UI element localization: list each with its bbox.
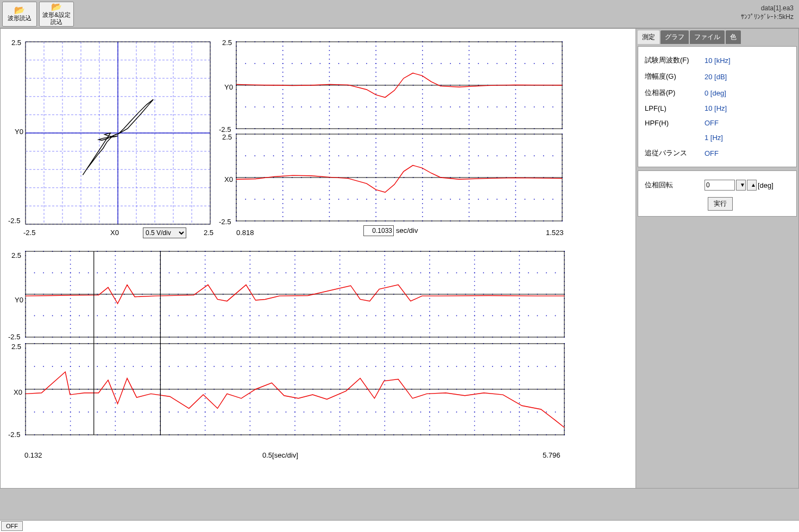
svg-point-234 xyxy=(282,63,284,64)
svg-point-1393 xyxy=(205,362,206,363)
svg-point-859 xyxy=(294,285,295,286)
svg-point-1232 xyxy=(483,315,484,316)
svg-point-441 xyxy=(375,147,376,148)
svg-point-769 xyxy=(115,259,116,261)
svg-point-752 xyxy=(70,277,71,278)
svg-point-1686 xyxy=(447,366,448,367)
svg-point-1066 xyxy=(88,273,89,274)
svg-point-954 xyxy=(474,332,475,333)
svg-point-165 xyxy=(515,102,516,103)
svg-point-131 xyxy=(469,46,470,47)
svg-point-891 xyxy=(339,332,341,333)
svg-point-240 xyxy=(338,63,339,64)
svg-point-450 xyxy=(375,186,376,187)
svg-point-1773 xyxy=(133,411,134,413)
svg-point-1442 xyxy=(294,394,295,395)
svg-point-133 xyxy=(469,54,470,55)
svg-point-776 xyxy=(115,289,116,290)
svg-point-1234 xyxy=(501,315,502,316)
tab-graph[interactable]: グラフ xyxy=(660,30,689,44)
svg-point-1224 xyxy=(411,315,412,316)
svg-point-779 xyxy=(115,302,116,303)
svg-point-608 xyxy=(506,155,507,156)
svg-point-684 xyxy=(543,199,544,200)
svg-point-236 xyxy=(301,63,302,64)
svg-point-605 xyxy=(478,155,479,156)
svg-point-1542 xyxy=(519,371,520,372)
svg-point-58 xyxy=(282,93,284,94)
load-waveform-config-button[interactable]: 📂 波形&設定 読込 xyxy=(39,2,74,27)
svg-point-1657 xyxy=(187,366,188,367)
svg-point-665 xyxy=(366,199,367,200)
phase-rotate-exec-button[interactable]: 実行 xyxy=(708,197,733,211)
svg-point-909 xyxy=(384,320,385,321)
svg-point-815 xyxy=(205,277,206,278)
load-waveform-button[interactable]: 📂 波形読込 xyxy=(2,2,37,27)
tab-measure[interactable]: 測定 xyxy=(638,30,659,44)
svg-point-680 xyxy=(506,199,507,200)
svg-point-607 xyxy=(496,155,498,156)
svg-point-1391 xyxy=(205,352,206,353)
svg-point-1402 xyxy=(205,402,206,403)
svg-point-248 xyxy=(413,63,414,64)
status-off-tab[interactable]: OFF xyxy=(1,521,23,531)
svg-point-1228 xyxy=(447,315,448,316)
svg-point-773 xyxy=(115,277,116,278)
svg-point-967 xyxy=(519,298,520,299)
svg-point-1348 xyxy=(115,348,116,349)
svg-point-128 xyxy=(422,124,423,125)
svg-point-1185 xyxy=(61,315,62,316)
svg-point-1102 xyxy=(411,273,412,274)
svg-point-813 xyxy=(205,268,206,269)
svg-point-333 xyxy=(534,106,535,107)
svg-point-1344 xyxy=(70,425,71,426)
tab-file[interactable]: ファイル xyxy=(690,30,725,44)
svg-point-466 xyxy=(422,164,423,165)
svg-point-833 xyxy=(249,264,250,265)
svg-point-1223 xyxy=(402,315,404,316)
bt-xmin: 0.132 xyxy=(24,451,42,459)
svg-point-468 xyxy=(422,173,423,174)
svg-point-1793 xyxy=(312,411,313,413)
svg-point-329 xyxy=(496,106,498,107)
status-bar: OFF xyxy=(0,520,799,532)
svg-point-1427 xyxy=(249,421,250,422)
svg-point-1663 xyxy=(241,366,242,367)
svg-point-1684 xyxy=(429,366,430,367)
svg-point-1767 xyxy=(79,411,80,413)
svg-point-847 xyxy=(249,324,250,325)
svg-point-426 xyxy=(329,173,330,174)
svg-point-785 xyxy=(115,328,116,329)
ts-xmax: 1.523 xyxy=(546,229,564,237)
svg-point-754 xyxy=(70,285,71,286)
phase-rotate-down[interactable]: ▼ xyxy=(736,180,746,191)
svg-point-948 xyxy=(474,307,475,308)
svg-point-456 xyxy=(375,212,376,213)
svg-point-1803 xyxy=(402,411,404,413)
svg-point-942 xyxy=(474,281,475,282)
svg-point-655 xyxy=(273,199,274,200)
svg-point-1202 xyxy=(213,315,215,316)
svg-point-952 xyxy=(474,324,475,325)
svg-point-1109 xyxy=(474,273,475,274)
sec-per-div-input[interactable] xyxy=(363,225,394,236)
svg-point-1216 xyxy=(339,315,341,316)
svg-point-1555 xyxy=(519,430,520,431)
phase-rotate-up[interactable]: ▲ xyxy=(747,180,757,191)
svg-point-1524 xyxy=(474,384,475,385)
svg-point-972 xyxy=(519,320,520,321)
svg-point-517 xyxy=(515,203,516,204)
svg-point-598 xyxy=(413,155,414,156)
svg-point-1108 xyxy=(465,273,466,274)
svg-point-312 xyxy=(338,106,339,107)
v-per-div-select[interactable]: 0.5 V/div xyxy=(143,227,186,238)
svg-point-254 xyxy=(469,63,470,64)
xy-xmin: -2.5 xyxy=(23,229,35,237)
svg-point-76 xyxy=(329,80,330,81)
tab-color[interactable]: 色 xyxy=(726,30,741,44)
time-scrollbar[interactable] xyxy=(23,441,563,451)
phase-rotate-input[interactable] xyxy=(704,180,735,191)
svg-point-1333 xyxy=(70,375,71,376)
svg-point-69 xyxy=(329,50,330,51)
svg-point-1689 xyxy=(474,366,475,367)
